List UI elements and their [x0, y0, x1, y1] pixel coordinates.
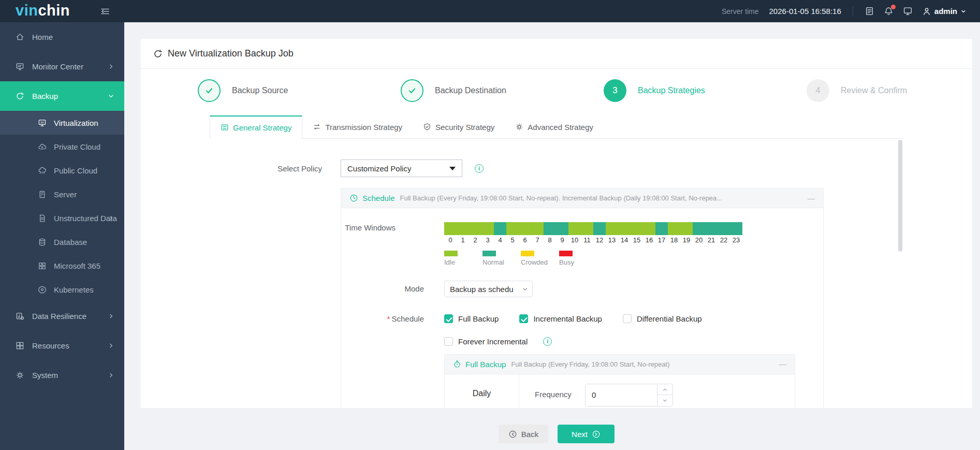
time-windows-row: Time Windows 012345678910111213141516171… — [341, 222, 823, 266]
arrow-right-circle-icon — [592, 430, 601, 439]
time-window-cell-20[interactable] — [693, 222, 705, 235]
document-icon — [38, 214, 47, 223]
frequency-value: 0 — [592, 390, 596, 399]
time-window-cell-17[interactable] — [655, 222, 668, 235]
back-button[interactable]: Back — [499, 425, 548, 443]
option-full-backup[interactable]: Full Backup — [444, 314, 499, 323]
transmission-strategy-icon — [313, 123, 321, 131]
sidebar-item-private-cloud[interactable]: Private Cloud — [0, 135, 124, 158]
time-window-cell-0[interactable] — [444, 222, 457, 235]
time-window-cell-7[interactable] — [531, 222, 544, 235]
time-window-cell-3[interactable] — [481, 222, 494, 235]
time-window-cell-16[interactable] — [643, 222, 655, 235]
sidebar-item-virtualization[interactable]: vm Virtualization — [0, 111, 124, 135]
mode-select[interactable]: Backup as schedu — [444, 281, 533, 297]
legend-label: Crowded — [521, 258, 552, 266]
tab-security-strategy[interactable]: Security Strategy — [413, 115, 505, 138]
tab-general-strategy[interactable]: General Strategy — [210, 115, 302, 139]
tab-advanced-strategy[interactable]: Advanced Strategy — [505, 115, 604, 138]
time-window-cell-9[interactable] — [556, 222, 568, 235]
chevron-right-icon — [108, 215, 114, 221]
security-strategy-icon — [423, 123, 431, 131]
chevron-down-icon — [522, 286, 529, 293]
collapse-panel-button[interactable]: — — [774, 360, 786, 368]
display-icon[interactable] — [903, 6, 913, 16]
spinner-up-icon[interactable] — [657, 384, 672, 396]
topbar-divider — [853, 6, 853, 17]
info-icon[interactable]: i — [543, 337, 552, 346]
full-backup-panel-summary: Full Backup (Every Friday, 19:08:00 Star… — [511, 360, 774, 368]
time-window-cell-12[interactable] — [593, 222, 606, 235]
time-window-cell-1[interactable] — [457, 222, 469, 235]
checkbox-differential-backup[interactable] — [623, 314, 632, 323]
vinchin-logo[interactable]: vinchin — [0, 2, 70, 20]
time-window-cell-13[interactable] — [606, 222, 618, 235]
time-window-cell-5[interactable] — [506, 222, 519, 235]
sidebar-item-resources[interactable]: Resources — [0, 331, 124, 360]
time-window-cell-21[interactable] — [705, 222, 718, 235]
report-icon[interactable] — [865, 6, 874, 16]
time-window-cell-10[interactable] — [568, 222, 581, 235]
checkbox-label: Full Backup — [458, 314, 499, 323]
hour-tick-label: 10 — [568, 236, 581, 244]
hour-tick-label: 12 — [593, 236, 606, 244]
option-incremental-backup[interactable]: Incremental Backup — [519, 314, 602, 323]
option-differential-backup[interactable]: Differential Backup — [623, 314, 702, 323]
sidebar-item-public-cloud[interactable]: Public Cloud — [0, 158, 124, 182]
sidebar-item-unstructured-data[interactable]: Unstructured Data — [0, 206, 124, 230]
time-window-cell-11[interactable] — [581, 222, 593, 235]
spinner-down-icon[interactable] — [657, 395, 672, 406]
time-window-cell-2[interactable] — [469, 222, 481, 235]
time-window-cell-8[interactable] — [544, 222, 556, 235]
back-button-label: Back — [521, 430, 538, 439]
sidebar-item-database[interactable]: Database — [0, 230, 124, 254]
user-name: admin — [934, 7, 957, 16]
collapse-panel-button[interactable]: — — [802, 194, 815, 202]
option-forever-incremental[interactable]: Forever Incremental — [444, 337, 528, 346]
topbar: vinchin Server time 2026-01-05 16:58:16 … — [0, 0, 980, 22]
tab-transmission-strategy[interactable]: Transmission Strategy — [302, 115, 413, 138]
checkbox-full-backup[interactable] — [444, 314, 453, 323]
sidebar-item-system[interactable]: System — [0, 360, 124, 390]
time-window-cell-23[interactable] — [730, 222, 742, 235]
dropdown-caret-icon — [449, 167, 456, 170]
checkbox-forever-incremental[interactable] — [444, 337, 453, 346]
sidebar-item-label: Backup — [32, 92, 58, 100]
time-window-cell-4[interactable] — [494, 222, 506, 235]
strategy-tab-area: General Strategy Transmission Strategy S… — [210, 115, 903, 408]
sidebar-item-home[interactable]: Home — [0, 22, 124, 52]
time-window-cell-6[interactable] — [519, 222, 531, 235]
sidebar-item-kubernetes[interactable]: Kubernetes — [0, 278, 124, 301]
chevron-right-icon — [108, 343, 114, 349]
notification-bell-icon[interactable] — [884, 6, 894, 16]
sidebar-item-server[interactable]: Server — [0, 182, 124, 206]
time-window-cell-14[interactable] — [618, 222, 631, 235]
advanced-strategy-gear-icon — [515, 123, 523, 131]
main-content: New Virtualization Backup Job Backup Sou… — [124, 22, 980, 450]
logo-part2: chin — [38, 2, 70, 19]
sidebar-collapse-icon[interactable] — [100, 7, 110, 16]
sidebar-item-monitor-center[interactable]: Monitor Center — [0, 52, 124, 81]
time-window-cell-15[interactable] — [631, 222, 643, 235]
step-backup-source: Backup Source — [198, 79, 401, 102]
time-window-cell-19[interactable] — [680, 222, 693, 235]
sidebar-item-backup[interactable]: Backup — [0, 81, 124, 111]
step-check-icon — [401, 79, 423, 102]
select-policy-dropdown[interactable]: Customized Policy — [341, 159, 462, 177]
tab-label: Transmission Strategy — [325, 123, 402, 132]
next-button[interactable]: Next — [558, 425, 615, 443]
schedule-panel-title[interactable]: Schedule — [362, 194, 395, 202]
info-icon[interactable]: i — [475, 164, 484, 173]
refresh-icon[interactable] — [153, 49, 163, 59]
time-window-cell-18[interactable] — [668, 222, 680, 235]
checkbox-incremental-backup[interactable] — [519, 314, 528, 323]
sidebar-item-microsoft-365[interactable]: Microsoft 365 — [0, 254, 124, 278]
frequency-input[interactable]: 0 — [585, 384, 673, 407]
user-menu[interactable]: admin — [922, 7, 967, 16]
tab-label: General Strategy — [233, 123, 291, 132]
legend-item-normal: Normal — [482, 251, 514, 266]
sidebar-item-data-resilience[interactable]: Data Resilience — [0, 301, 124, 331]
time-window-cell-22[interactable] — [718, 222, 730, 235]
full-backup-panel-title[interactable]: Full Backup — [465, 360, 506, 369]
scrollbar-thumb[interactable] — [898, 140, 902, 252]
